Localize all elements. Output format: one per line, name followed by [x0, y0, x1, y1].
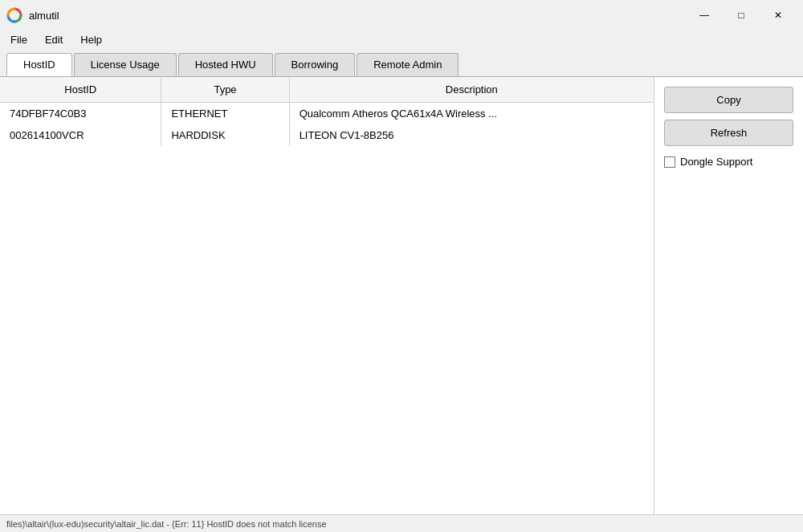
title-bar-left: almutil [6, 7, 59, 23]
menu-edit[interactable]: Edit [38, 31, 70, 48]
table-header-row: HostID Type Description [0, 77, 654, 103]
tab-hostid[interactable]: HostID [6, 53, 72, 76]
tab-hosted-hwu[interactable]: Hosted HWU [178, 53, 273, 76]
main-content: HostID Type Description 74DFBF74C0B3ETHE… [0, 76, 803, 514]
refresh-button[interactable]: Refresh [664, 120, 793, 146]
tab-remote-admin[interactable]: Remote Admin [357, 53, 459, 76]
dongle-row: Dongle Support [664, 156, 793, 168]
col-header-type: Type [161, 77, 289, 103]
col-header-description: Description [289, 77, 654, 103]
close-button[interactable]: ✕ [760, 3, 797, 27]
title-bar: almutil — □ ✕ [0, 0, 803, 29]
dongle-label: Dongle Support [680, 156, 752, 168]
menu-file[interactable]: File [3, 31, 35, 48]
status-bar: files)\altair\(lux-edu)security\altair_l… [0, 514, 803, 532]
maximize-button[interactable]: □ [723, 3, 760, 27]
cell-hostid: 002614100VCR [0, 124, 161, 146]
cell-description: Qualcomm Atheros QCA61x4A Wireless ... [289, 103, 654, 125]
status-text: files)\altair\(lux-edu)security\altair_l… [6, 519, 327, 529]
col-header-hostid: HostID [0, 77, 161, 103]
cell-type: HARDDISK [161, 124, 289, 146]
title-bar-controls: — □ ✕ [686, 3, 797, 27]
tab-license-usage[interactable]: License Usage [74, 53, 177, 76]
tab-bar: HostID License Usage Hosted HWU Borrowin… [0, 50, 803, 76]
cell-type: ETHERNET [161, 103, 289, 125]
app-logo-icon [6, 7, 22, 23]
app-title: almutil [29, 10, 59, 22]
dongle-checkbox[interactable] [664, 156, 675, 168]
cell-hostid: 74DFBF74C0B3 [0, 103, 161, 125]
table-row[interactable]: 74DFBF74C0B3ETHERNETQualcomm Atheros QCA… [0, 103, 654, 125]
menu-bar: File Edit Help [0, 29, 803, 50]
cell-description: LITEON CV1-8B256 [289, 124, 654, 146]
sidebar: Copy Refresh Dongle Support [654, 77, 803, 514]
table-row[interactable]: 002614100VCRHARDDISKLITEON CV1-8B256 [0, 124, 654, 146]
table-area: HostID Type Description 74DFBF74C0B3ETHE… [0, 77, 654, 514]
menu-help[interactable]: Help [73, 31, 109, 48]
copy-button[interactable]: Copy [664, 87, 793, 113]
hostid-table: HostID Type Description 74DFBF74C0B3ETHE… [0, 77, 654, 146]
tab-borrowing[interactable]: Borrowing [275, 53, 356, 76]
minimize-button[interactable]: — [686, 3, 723, 27]
